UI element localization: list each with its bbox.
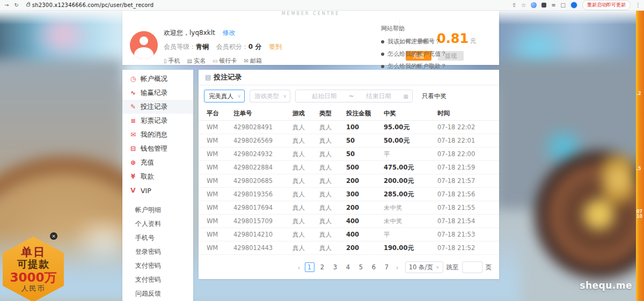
time-cell: 07-18 22:01 (437, 137, 494, 144)
verify-item[interactable]: ▯手机 (164, 57, 180, 65)
kebab-menu-icon[interactable]: ⋮ (635, 2, 641, 8)
close-icon[interactable]: × (50, 232, 57, 240)
help-link-label: 我该如何注册帐号？ (387, 38, 441, 46)
page-size-select[interactable]: 10 条/页 ∨ (405, 261, 443, 273)
help-link[interactable]: 怎么给我的帐户取款？ (381, 62, 447, 70)
order-no-cell: 4298022884 (233, 164, 292, 171)
table-row: WM4298014210真人真人400平07-18 21:53 (199, 228, 499, 241)
sidebar-sub-item[interactable]: 帐户明细 (122, 203, 193, 217)
sidebar-sub-item[interactable]: 手机号 (122, 231, 193, 245)
platform-select-value: 完美真人 (209, 92, 233, 100)
side-panel-icon[interactable]: □ (561, 2, 566, 8)
sidebar-item-label: 钱包管理 (141, 144, 167, 153)
column-header: 游戏 (292, 109, 319, 118)
table-row: WM4298026569真人真人5050.00元07-18 22:01 (199, 134, 499, 148)
page-number[interactable]: 1 (305, 262, 314, 272)
date-start-placeholder: 起始日期 (299, 92, 349, 100)
order-no-cell: 4298012443 (233, 244, 292, 252)
bullet-icon (381, 65, 384, 68)
game-cell: 真人 (292, 217, 319, 225)
sidebar-sub-item[interactable]: 支付密码 (122, 273, 193, 287)
withdraw-promo-badge[interactable]: × 单日 可提款 3000万 人民币 (3, 237, 64, 301)
sidebar-sub-item[interactable]: 个人资料 (122, 217, 193, 231)
forward-icon[interactable]: → (4, 2, 9, 8)
sidebar-item[interactable]: ✎投注记录 (122, 100, 193, 114)
extensions-icon[interactable] (541, 3, 546, 8)
sidebar-item[interactable]: ≡彩票记录 (122, 114, 193, 128)
date-separator: ~ (349, 92, 354, 100)
level-label: 会员等级： (164, 43, 196, 50)
share-icon[interactable]: ⇧ (512, 2, 516, 8)
extension-blue-icon[interactable] (531, 2, 537, 8)
order-no-cell: 4298015709 (233, 217, 292, 225)
prev-page-icon[interactable]: ‹ (296, 263, 301, 271)
promo-line1: 单日 (21, 246, 46, 259)
sidebar-sub-item[interactable]: 问题反馈 (122, 287, 193, 300)
browser-bar: → ↻ sh2300.x12346666.com/pc/user/bet_rec… (0, 0, 644, 11)
sidebar-item-label: VIP (141, 187, 151, 195)
date-range-picker[interactable]: 起始日期 ~ 结束日期 ▦ (295, 90, 413, 102)
sidebar-sub-item[interactable]: 登录密码 (122, 245, 193, 259)
help-link[interactable]: 怎么给我的帐户充值？ (381, 50, 447, 58)
pagination: ‹ 1234567 › 10 条/页 ∨ 跳至 页 (199, 255, 499, 273)
table-row: WM4298019356真人真人300285.00元07-18 21:56 (199, 188, 499, 201)
page-number[interactable]: 3 (331, 262, 340, 272)
sidebar-item[interactable]: ◷帐户概况 (122, 72, 193, 86)
address-url[interactable]: sh2300.x12346666.com/pc/user/bet_record (32, 2, 153, 8)
next-page-icon[interactable]: › (395, 263, 400, 271)
win-cell: 475.00元 (384, 164, 437, 172)
column-header: 投注金额 (346, 109, 384, 118)
sidebar-item[interactable]: VVIP (122, 183, 193, 197)
only-win-filter[interactable]: 只看中奖 (422, 92, 447, 100)
page-number[interactable]: 2 (318, 262, 327, 272)
page-number[interactable]: 5 (356, 262, 366, 272)
jump-unit: 页 (486, 263, 492, 271)
page-number[interactable]: 6 (369, 262, 379, 272)
sidebar-item[interactable]: ⊟钱包管理 (122, 142, 193, 156)
column-header: 中奖 (384, 109, 437, 118)
game-type-select[interactable]: 游戏类型 ∨ (250, 90, 290, 102)
verify-item[interactable]: ▭银行卡 (213, 57, 237, 65)
sidebar-item[interactable]: ∿输赢纪录 (122, 86, 193, 100)
member-centre-label: MEMBER CENTRE (122, 11, 499, 16)
reading-list-icon[interactable]: ≡ (551, 2, 555, 8)
signin-link[interactable]: 签到 (269, 43, 282, 50)
sidebar-item[interactable]: ⊕充值 (122, 156, 193, 170)
account-overview-icon: ◷ (129, 75, 137, 83)
chevron-down-icon: ∨ (436, 265, 440, 270)
reload-icon[interactable]: ↻ (14, 2, 18, 8)
time-cell: 07-18 21:59 (437, 164, 494, 171)
balance-unit: 元 (470, 38, 476, 45)
game-cell: 真人 (292, 190, 319, 199)
type-cell: 真人 (319, 137, 346, 145)
verify-label: 邮箱 (250, 57, 262, 65)
sidebar-sub-item[interactable]: 支付密码 (122, 259, 193, 273)
verify-item[interactable]: ▤实名 (187, 57, 206, 65)
jump-page-input[interactable] (462, 261, 482, 273)
edit-profile-link[interactable]: 修改 (223, 29, 236, 36)
sidebar-item[interactable]: ¥取款 (122, 170, 193, 183)
promo-line2: 可提款 (17, 259, 49, 270)
bookmark-star-icon[interactable]: ☆ (521, 2, 526, 8)
chrome-update-button[interactable]: 重新启动即可更新 (582, 0, 631, 10)
game-cell: 真人 (292, 231, 319, 239)
verify-item[interactable]: ✉邮箱 (244, 57, 261, 65)
chevron-down-icon: ∨ (237, 93, 241, 99)
watermark: shequ.me (580, 280, 632, 291)
sidebar-item[interactable]: ✉我的消息 (122, 128, 193, 142)
page-number[interactable]: 7 (382, 262, 392, 272)
time-cell: 07-18 22:00 (437, 150, 494, 158)
platform-cell: WM (207, 204, 233, 211)
page-size-value: 10 条/页 (409, 263, 433, 271)
profile-avatar-icon[interactable] (570, 2, 577, 9)
order-no-cell: 4298019356 (233, 190, 292, 198)
bankcard-icon: ▭ (213, 58, 217, 64)
platform-select[interactable]: 完美真人 ∨ (204, 90, 245, 102)
edge-text-fragment: .2 (636, 91, 641, 96)
amount-cell: 200 (346, 177, 384, 185)
order-no-cell: 4298020685 (233, 177, 292, 185)
page-number[interactable]: 4 (343, 262, 353, 272)
help-link[interactable]: 我该如何注册帐号？ (381, 38, 447, 46)
sidebar-item-label: 输赢纪录 (141, 89, 167, 98)
winloss-record-icon: ∿ (129, 89, 137, 97)
